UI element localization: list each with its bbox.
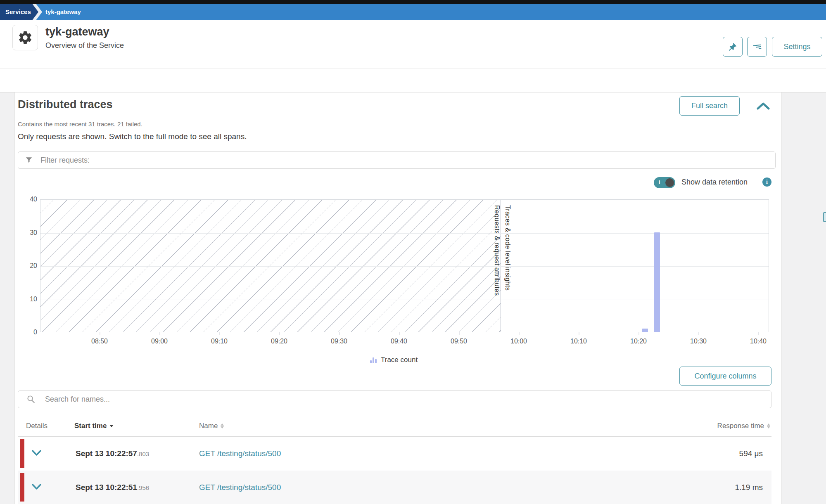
error-indicator [20,473,24,502]
x-tick-mark [639,332,639,335]
y-tick-label: 20 [30,262,37,270]
waterfall-view-button[interactable] [747,37,767,57]
page-title: tyk-gateway [45,26,109,38]
trace-count-legend[interactable]: Trace count [370,356,418,364]
x-tick-label: 09:10 [211,338,228,345]
toggle-on-glyph: I [659,180,660,185]
x-tick-mark [699,332,699,335]
pin-button[interactable] [723,37,743,57]
sort-icon [221,422,224,430]
x-tick-mark [280,332,280,335]
section-title: Distributed traces [18,98,113,111]
filter-requests-input[interactable] [40,156,775,165]
x-tick-label: 09:40 [391,338,407,345]
filter-icon [25,156,33,164]
x-tick-label: 09:00 [151,338,168,345]
collapse-section-button[interactable] [755,100,771,113]
x-tick-mark [220,332,220,335]
error-indicator [20,439,24,468]
traces-table-header: Details Start time Name Response time [18,416,771,437]
region-label-requests: Requests & request attributes [493,205,501,296]
y-tick-label: 10 [30,296,37,303]
trace-name-link[interactable]: GET /testing/status/500 [199,483,281,492]
x-tick-label: 09:30 [331,338,347,345]
x-tick-label: 09:20 [271,338,287,345]
filter-requests-field [18,151,776,169]
pin-icon [728,42,738,52]
y-tick-label: 30 [30,229,37,237]
expand-row-button[interactable] [31,483,42,492]
traces-note: Only requests are shown. Switch to the f… [18,132,247,141]
x-tick-label: 09:50 [451,338,467,345]
x-tick-mark [339,332,340,335]
service-overview-page: Services tyk-gateway tyk-gateway Overvie… [0,0,826,504]
y-tick-label: 0 [33,329,37,336]
table-row[interactable]: Sept 13 10:22:57.803 GET /testing/status… [18,437,771,471]
column-header-name[interactable]: Name [199,422,224,430]
service-icon-card [12,25,38,50]
retention-label: Show data retention [681,178,748,187]
chart-hatched-region [40,200,501,332]
gear-icon [17,30,33,45]
traces-table-body: Sept 13 10:22:57.803 GET /testing/status… [18,437,771,504]
x-tick-label: 08:50 [91,338,108,345]
x-tick-mark [399,332,400,335]
chevron-down-icon [31,483,42,490]
column-header-start-time[interactable]: Start time [74,422,114,430]
expand-row-button[interactable] [31,450,42,458]
search-names-field [18,390,771,408]
x-tick-label: 10:10 [570,338,587,345]
sort-icon [767,422,770,430]
configure-columns-button[interactable]: Configure columns [679,367,771,386]
full-search-button[interactable]: Full search [679,96,740,116]
x-tick-mark [519,332,520,335]
trace-start-time: Sept 13 10:22:57.803 [76,449,149,458]
x-tick-label: 10:20 [630,338,647,345]
breadcrumb-item-services[interactable]: Services [0,4,38,20]
trace-response-time: 1.19 ms [735,483,763,492]
x-tick-label: 10:30 [690,338,707,345]
trace-start-time: Sept 13 10:22:51.956 [76,483,149,492]
settings-button[interactable]: Settings [772,37,822,57]
service-tab-bar: Properties and tags No problems 0 SLOs O… [0,68,826,92]
trace-count-bar[interactable] [642,329,648,332]
chevron-down-icon [31,450,42,457]
x-tick-label: 10:00 [510,338,527,345]
chart-y-axis: 010203040 [17,199,37,332]
trace-response-time: 594 μs [739,449,763,458]
y-tick-label: 40 [30,196,37,203]
waterfall-icon [751,41,763,53]
x-tick-mark [160,332,160,335]
edge-flyout-tab[interactable] [823,212,826,222]
table-row[interactable]: Sept 13 10:22:51.956 GET /testing/status… [18,471,771,504]
data-retention-toggle[interactable]: I [654,177,675,188]
breadcrumb-item-tyk-gateway[interactable]: tyk-gateway [45,4,81,20]
search-icon [26,395,36,404]
breadcrumb: Services tyk-gateway [0,4,826,20]
x-tick-mark [459,332,460,335]
window-chrome-strip [0,0,826,4]
sort-desc-icon [109,425,114,429]
bar-chart-icon [370,357,377,363]
search-names-input[interactable] [45,395,771,404]
x-tick-mark [100,332,100,335]
x-tick-mark [759,332,759,335]
region-label-traces: Traces & code level insights [504,205,511,291]
column-header-details: Details [26,422,47,430]
trace-name-link[interactable]: GET /testing/status/500 [199,449,281,458]
page-subtitle: Overview of the Service [45,41,124,50]
chevron-up-icon [756,102,771,111]
column-header-response-time[interactable]: Response time [717,422,770,430]
legend-label: Trace count [381,356,418,364]
traces-summary: Contains the most recent 31 traces. 21 f… [18,121,142,128]
x-tick-mark [579,332,579,335]
info-icon[interactable]: i [762,177,771,187]
trace-chart-plot: Requests & request attributes Traces & c… [40,199,769,332]
toggle-knob [665,178,674,187]
x-tick-label: 10:40 [750,338,767,345]
chart-x-axis: 08:5009:0009:1009:2009:3009:4009:5010:00… [40,338,769,350]
trace-count-bar[interactable] [654,232,660,332]
